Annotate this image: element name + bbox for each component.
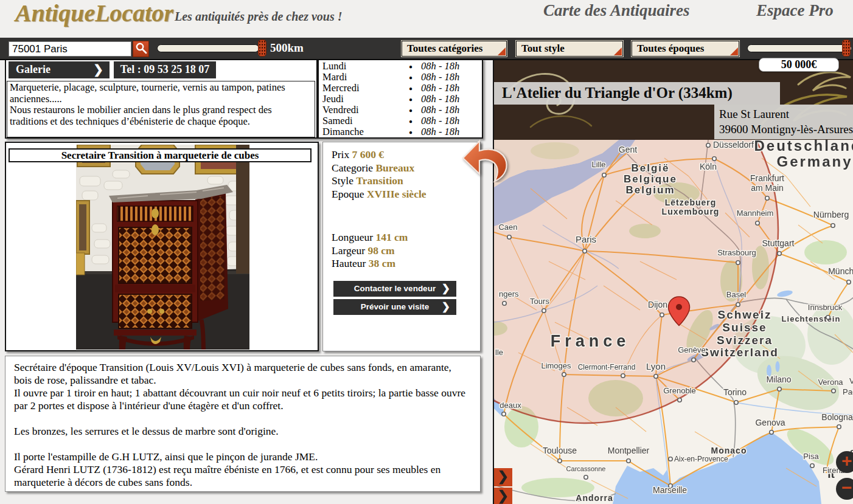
category-dropdown[interactable]: Toutes catégories (402, 41, 507, 57)
phone-button[interactable]: Tel : 09 53 25 18 07 (114, 61, 216, 78)
map-city-dot (583, 249, 587, 253)
detail-row: Epoque XVIIIe siècle (332, 188, 426, 201)
map-city-dot (847, 280, 851, 284)
map-city-dot (712, 157, 716, 161)
map-city-label: Lyon (646, 361, 666, 371)
map-city-dot (602, 173, 606, 177)
radius-slider-handle[interactable] (258, 40, 266, 57)
map-city-label: Dijon (648, 300, 667, 309)
map-city-label: Lille (591, 160, 605, 169)
map-city-label: Padov (843, 387, 853, 396)
map-city-dot (562, 373, 566, 376)
hours-row: Mardi●08h - 18h (322, 72, 478, 83)
detail-label: Prix (332, 148, 352, 161)
map-city-dot (678, 398, 681, 402)
map-zoom-out-button[interactable]: − (836, 478, 853, 500)
detail-row: Prix 7 600 € (332, 148, 426, 162)
map-city-label: am Main (751, 183, 784, 193)
bullet-icon: ● (409, 116, 421, 126)
map-zoom-in-button[interactable]: + (836, 451, 853, 473)
product-description-paragraph: Secrétaire d'époque Transition (Louis XV… (14, 361, 472, 387)
map-city-label: München (828, 266, 853, 276)
product-description-paragraph: Il porte l'estampille de G.H LUTZ, ainsi… (14, 450, 472, 463)
hours-time: 08h - 18h (421, 105, 459, 116)
map-city-label: Marseille (653, 485, 687, 495)
map-city-label: Toulouse (543, 446, 577, 455)
map-city-dot (765, 196, 769, 200)
hours-row: Dimanche●08h - 18h (322, 126, 478, 137)
map-city-label: Köln (700, 162, 717, 171)
detail-label: Hauteur (332, 257, 369, 269)
map-pan-right-button-2[interactable]: ❯ (494, 488, 512, 504)
map-city-label: Andorra (576, 493, 613, 503)
hours-row: Samedi●08h - 18h (322, 116, 478, 126)
plan-visit-button[interactable]: Prévoir une visite ❯ (333, 299, 456, 315)
map-city-label: ngers (499, 289, 519, 299)
contact-seller-button[interactable]: Contacter le vendeur ❯ (333, 281, 456, 297)
map-city-dot (837, 425, 841, 429)
nav-espace-pro[interactable]: Espace Pro (756, 1, 834, 20)
site-logo[interactable]: AntiqueLocator (15, 0, 173, 27)
shop-title[interactable]: L'Atelier du Triangle d'Or (334km) (494, 82, 780, 105)
search-button[interactable] (133, 41, 149, 57)
detail-label: Longueur (332, 231, 375, 243)
hours-time: 08h - 18h (421, 83, 459, 94)
product-photo[interactable] (76, 145, 249, 350)
map-city-dot (831, 224, 835, 227)
map-city-label: Strasbourg (717, 248, 756, 257)
map-city-label: France (551, 332, 630, 350)
map-city-dot (778, 387, 781, 391)
map-city-label: Liechtenstein (782, 314, 841, 323)
dealer-panel: Galerie ❯ Tel : 09 53 25 18 07 Marqueter… (5, 58, 318, 139)
style-dropdown[interactable]: Tout style (516, 41, 623, 57)
hours-time: 08h - 18h (421, 116, 459, 126)
map-city-label: Pisa (803, 452, 819, 461)
gallery-button-label: Galerie (16, 63, 50, 75)
map-city-dot (826, 316, 830, 319)
radius-value-label: 500km (270, 41, 304, 55)
bullet-icon: ● (409, 94, 421, 105)
map-canvas[interactable]: DeutschlandGermanyBelgiëBelgiqueBelgiumL… (494, 140, 853, 504)
map-city-label: Germany (776, 153, 852, 170)
detail-label: Largeur (332, 244, 367, 257)
map-pan-strip: ❯ ❯ (494, 468, 512, 504)
map-city-label: Bologna (821, 412, 853, 422)
map-city-label: Limoges (541, 361, 571, 370)
hours-time: 08h - 18h (421, 61, 459, 72)
dealer-description: Marqueterie, placage, sculpture, tourner… (7, 81, 315, 137)
map-city-label: Switzerland (701, 346, 779, 359)
map-city-dot (654, 375, 658, 378)
gallery-button[interactable]: Galerie ❯ (9, 61, 110, 78)
style-dropdown-value: Tout style (521, 43, 565, 54)
plan-visit-label: Prévoir une visite (361, 302, 430, 311)
detail-row: Longueur 141 cm (332, 231, 408, 244)
radius-slider-track[interactable] (157, 44, 259, 52)
map-city-dot (507, 235, 511, 239)
product-details: Prix 7 600 €Categorie BureauxStyle Trans… (332, 148, 426, 201)
epoch-dropdown[interactable]: Toutes époques (632, 41, 739, 57)
hours-row: Mercredi●08h - 18h (322, 83, 478, 94)
map-city-label: lle (495, 348, 503, 357)
detail-value: XVIIIe siècle (367, 188, 426, 200)
hours-day: Jeudi (322, 94, 409, 105)
product-panel: Secretaire Transition à marqueterie de c… (5, 142, 319, 351)
map-city-label: Montpellier (608, 446, 650, 455)
price-slider-handle[interactable] (842, 40, 851, 57)
nav-carte-des-antiquaires[interactable]: Carte des Antiquaires (543, 1, 690, 20)
page: AntiqueLocator Les antiquités près de ch… (0, 0, 853, 504)
map-city-label: Lëtzebuerg (665, 198, 717, 207)
chevron-right-icon: ❯ (442, 281, 450, 296)
map-section: L'Atelier du Triangle d'Or (334km) Rue S… (493, 60, 853, 504)
map-city-label: Belgium (625, 184, 675, 196)
map-city-dot (756, 221, 759, 225)
map-city-dot (770, 430, 773, 434)
hours-day: Mercredi (322, 83, 409, 94)
map-pan-right-button[interactable]: ❯ (494, 468, 512, 486)
detail-value: 38 cm (369, 257, 395, 269)
search-group (9, 41, 150, 57)
map-city-dot (736, 303, 740, 306)
map-header: L'Atelier du Triangle d'Or (334km) Rue S… (494, 60, 853, 140)
dropdown-corner-icon (730, 47, 738, 55)
search-input[interactable] (9, 41, 131, 57)
price-slider-track[interactable] (747, 44, 852, 52)
